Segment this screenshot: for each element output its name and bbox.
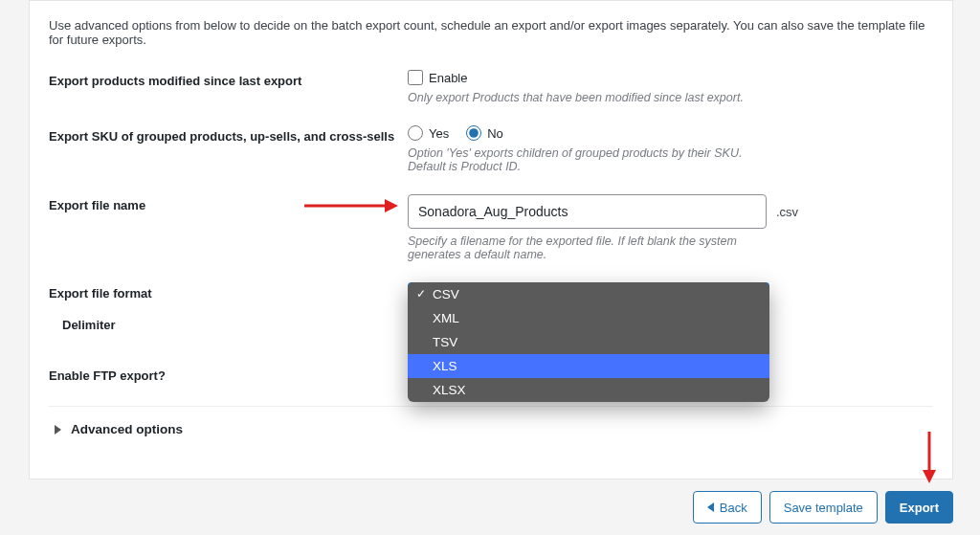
advanced-toggle[interactable]: Advanced options bbox=[49, 422, 933, 436]
format-option-csv[interactable]: CSV bbox=[408, 282, 769, 306]
help-modified: Only export Products that have been modi… bbox=[408, 91, 771, 104]
help-filename: Specify a filename for the exported file… bbox=[408, 234, 771, 261]
label-sku: Export SKU of grouped products, up-sells… bbox=[49, 125, 408, 144]
back-label: Back bbox=[720, 501, 747, 515]
label-delimiter: Delimiter bbox=[49, 314, 408, 332]
footer-actions: Back Save template Export bbox=[693, 491, 953, 524]
save-template-button[interactable]: Save template bbox=[769, 491, 878, 524]
sku-no-radio[interactable] bbox=[466, 125, 481, 141]
sku-yes[interactable]: Yes bbox=[408, 125, 449, 141]
enable-checkbox-wrap[interactable]: Enable bbox=[408, 70, 933, 85]
save-template-label: Save template bbox=[784, 501, 863, 515]
advanced-label: Advanced options bbox=[71, 422, 183, 436]
enable-checkbox[interactable] bbox=[408, 70, 423, 85]
sku-yes-label: Yes bbox=[429, 126, 449, 141]
export-button[interactable]: Export bbox=[885, 491, 953, 524]
back-button[interactable]: Back bbox=[693, 491, 762, 524]
chevron-right-icon bbox=[55, 425, 61, 435]
label-filename: Export file name bbox=[49, 194, 408, 212]
intro-text: Use advanced options from below to decid… bbox=[49, 18, 933, 47]
sku-no[interactable]: No bbox=[466, 125, 503, 141]
row-modified: Export products modified since last expo… bbox=[49, 70, 933, 104]
format-option-tsv[interactable]: TSV bbox=[408, 330, 769, 354]
label-ftp: Enable FTP export? bbox=[49, 365, 408, 383]
format-dropdown[interactable]: CSV XML TSV XLS XLSX bbox=[408, 282, 769, 402]
format-option-xml[interactable]: XML bbox=[408, 306, 769, 330]
row-advanced: Advanced options bbox=[49, 406, 933, 436]
row-sku: Export SKU of grouped products, up-sells… bbox=[49, 125, 933, 173]
format-option-xlsx[interactable]: XLSX bbox=[408, 378, 769, 402]
export-label: Export bbox=[900, 501, 939, 515]
sku-yes-radio[interactable] bbox=[408, 125, 423, 141]
label-format: Export file format bbox=[49, 282, 408, 301]
format-option-xls[interactable]: XLS bbox=[408, 354, 769, 378]
row-filename: Export file name .csv Specify a filename… bbox=[49, 194, 933, 261]
help-sku: Option 'Yes' exports children of grouped… bbox=[408, 146, 771, 173]
filename-input[interactable] bbox=[408, 194, 767, 229]
row-format: Export file format CSV XML TSV XLS XLSX bbox=[49, 282, 933, 301]
sku-no-label: No bbox=[487, 126, 503, 141]
filename-ext: .csv bbox=[776, 205, 798, 219]
enable-label: Enable bbox=[429, 71, 467, 85]
chevron-left-icon bbox=[707, 502, 714, 512]
label-modified: Export products modified since last expo… bbox=[49, 70, 408, 88]
